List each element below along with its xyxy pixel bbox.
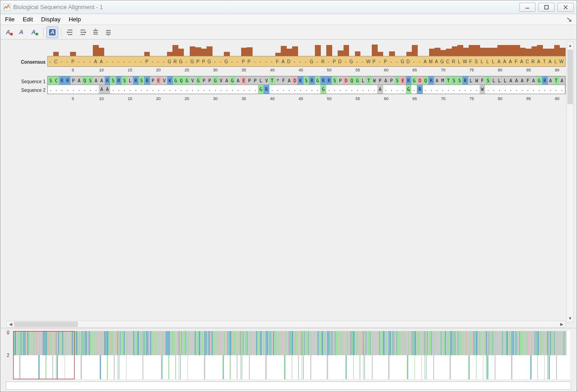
sequence2-label: Sequence 2: [6, 88, 46, 93]
font-plain-button[interactable]: A: [16, 26, 28, 38]
font-color-red-button[interactable]: A: [3, 26, 15, 38]
maximize-button[interactable]: [538, 3, 555, 12]
scroll-left-icon[interactable]: ◀: [7, 322, 14, 327]
scroll-up-icon[interactable]: ▲: [567, 42, 573, 49]
vertical-scrollbar[interactable]: ▲ ▼: [567, 41, 574, 322]
svg-text:A: A: [50, 29, 55, 35]
svg-point-9: [35, 33, 38, 35]
svg-text:A: A: [31, 29, 35, 35]
toolbar-separator: [61, 27, 61, 37]
conservation-bars: [47, 42, 566, 56]
font-color-green-button[interactable]: A: [29, 26, 40, 38]
status-bar: [6, 382, 571, 390]
alignment-viewer: Consensus Sequence 1 Sequence 2 -C--P---…: [0, 40, 577, 328]
svg-rect-2: [545, 5, 548, 9]
scroll-down-icon[interactable]: ▼: [567, 315, 573, 322]
svg-text:A: A: [19, 29, 23, 35]
sequence-2-row[interactable]: .........AA..........................GR.…: [48, 85, 565, 94]
consensus-label: Consensus: [6, 60, 46, 65]
indent-left-button[interactable]: [77, 26, 89, 38]
move-down-button[interactable]: [102, 26, 114, 38]
overview-row-2: [13, 355, 570, 379]
horizontal-scrollbar[interactable]: ◀ ▶: [6, 321, 566, 328]
ruler-bottom: 51015202530354045505560657075808590: [47, 96, 566, 103]
overview-canvas[interactable]: [13, 331, 570, 379]
close-button[interactable]: [557, 3, 574, 12]
scroll-thumb-h[interactable]: [14, 322, 78, 327]
menu-file[interactable]: File: [5, 16, 15, 23]
toolbar-separator: [43, 27, 44, 37]
svg-text:A: A: [5, 29, 10, 35]
window-title: Biological Sequence Alignment - 1: [13, 4, 519, 10]
minimize-button[interactable]: [519, 3, 536, 12]
overview-panel: 0 2: [0, 328, 577, 392]
sequence-rows[interactable]: SCRRPAQSAARSRSLRSRPEVKGQGVGPPGVAGAEPPLVT…: [47, 76, 566, 94]
sequence1-label: Sequence 1: [6, 79, 46, 84]
menu-bar: File Edit Display Help ↘: [0, 14, 577, 25]
overview-label-0: 0: [7, 330, 10, 335]
ruler-top: 51015202530354045505560657075808590: [47, 68, 566, 74]
app-icon: [3, 4, 10, 11]
overview-label-2: 2: [7, 353, 10, 358]
indent-right-button[interactable]: [64, 26, 76, 38]
menu-edit[interactable]: Edit: [23, 16, 33, 23]
svg-point-6: [10, 33, 13, 35]
scroll-right-icon[interactable]: ▶: [558, 322, 565, 327]
move-up-button[interactable]: [90, 26, 101, 38]
title-bar: Biological Sequence Alignment - 1: [0, 0, 577, 14]
menu-overflow-icon[interactable]: ↘: [566, 15, 572, 24]
app-window: Biological Sequence Alignment - 1 File E…: [0, 0, 577, 392]
scroll-thumb[interactable]: [567, 50, 573, 104]
overview-row-1: [13, 331, 570, 355]
consensus-row[interactable]: -C--P---AA-------P---GRG-GPPG--G--PP----…: [47, 56, 566, 67]
toolbar: A A A A: [0, 25, 577, 40]
menu-help[interactable]: Help: [69, 16, 81, 23]
sequence-1-row[interactable]: SCRRPAQSAARSRSLRSRPEVKGQGVGPPGVAGAEPPLVT…: [48, 76, 565, 85]
menu-display[interactable]: Display: [41, 16, 61, 23]
highlight-button[interactable]: A: [46, 26, 58, 38]
